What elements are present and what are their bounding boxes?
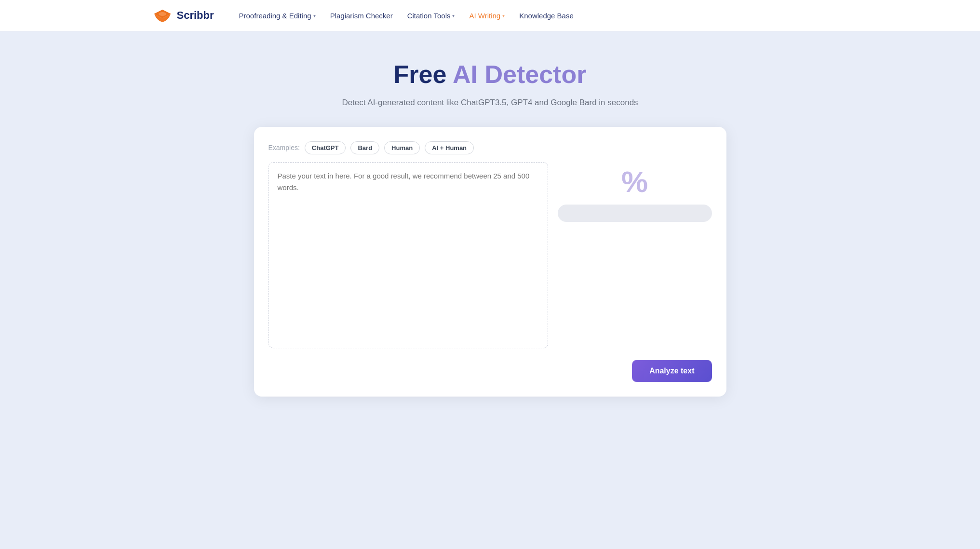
hero-subtitle: Detect AI-generated content like ChatGPT…	[342, 98, 638, 108]
logo-icon	[153, 6, 172, 25]
nav-links: Proofreading & Editing ▾ Plagiarism Chec…	[233, 8, 579, 24]
example-chip-bard[interactable]: Bard	[350, 141, 379, 154]
logo[interactable]: Scribbr	[153, 6, 214, 25]
nav-link-plagiarism[interactable]: Plagiarism Checker	[324, 8, 399, 24]
svg-point-3	[159, 12, 166, 16]
text-input-wrapper	[268, 162, 548, 348]
right-panel: %	[558, 162, 712, 345]
example-chip-chatgpt[interactable]: ChatGPT	[305, 141, 346, 154]
nav-item-proofreading: Proofreading & Editing ▾	[233, 8, 322, 24]
nav-link-knowledge[interactable]: Knowledge Base	[513, 8, 579, 24]
hero-title: Free AI Detector	[394, 60, 587, 89]
example-chip-ai-human[interactable]: AI + Human	[425, 141, 474, 154]
analyze-button[interactable]: Analyze text	[632, 360, 712, 382]
logo-text: Scribbr	[177, 9, 214, 22]
main-card: Examples: ChatGPT Bard Human AI + Human …	[254, 127, 726, 397]
nav-link-ai-writing[interactable]: AI Writing ▾	[463, 8, 510, 24]
percentage-display: %	[621, 167, 648, 197]
chevron-down-icon: ▾	[452, 13, 455, 18]
nav-item-citation: Citation Tools ▾	[402, 8, 461, 24]
progress-bar-wrapper	[558, 205, 712, 222]
content-area: %	[268, 162, 712, 348]
nav-item-ai-writing: AI Writing ▾	[463, 8, 510, 24]
examples-row: Examples: ChatGPT Bard Human AI + Human	[268, 141, 712, 154]
hero-section: Free AI Detector Detect AI-generated con…	[0, 31, 980, 549]
example-chip-human[interactable]: Human	[384, 141, 420, 154]
examples-label: Examples:	[268, 144, 300, 151]
bottom-row: Analyze text	[268, 360, 712, 382]
nav-item-knowledge: Knowledge Base	[513, 8, 579, 24]
chevron-down-icon: ▾	[313, 13, 316, 18]
navbar: Scribbr Proofreading & Editing ▾ Plagiar…	[0, 0, 980, 31]
nav-link-proofreading[interactable]: Proofreading & Editing ▾	[233, 8, 322, 24]
nav-item-plagiarism: Plagiarism Checker	[324, 8, 399, 24]
nav-link-citation[interactable]: Citation Tools ▾	[402, 8, 461, 24]
text-input[interactable]	[269, 163, 548, 346]
chevron-down-icon: ▾	[502, 13, 505, 18]
